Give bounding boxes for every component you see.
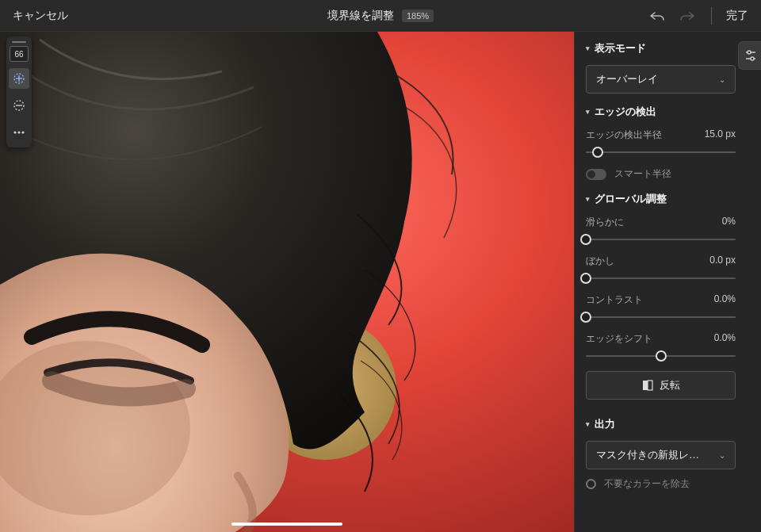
- preview-image: [0, 32, 574, 532]
- panel-settings-icon[interactable]: [738, 41, 761, 70]
- section-global-adjustments: ▾ グローバル調整 滑らかに 0% ぼかし 0.0 px コントラスト 0.0%: [586, 192, 750, 406]
- section-title: グローバル調整: [595, 192, 667, 206]
- chevron-down-icon: ▾: [586, 420, 590, 428]
- edge-radius-label: エッジの検出半径: [586, 128, 662, 142]
- shift-edge-label: エッジをシフト: [586, 332, 652, 346]
- contrast-label: コントラスト: [586, 293, 643, 307]
- left-toolbar: 66: [6, 36, 32, 147]
- decontaminate-radio[interactable]: [586, 479, 596, 489]
- undo-icon-button[interactable]: [648, 6, 667, 25]
- svg-point-12: [748, 51, 751, 54]
- svg-point-7: [21, 131, 24, 133]
- tool-more-icon[interactable]: [9, 122, 29, 143]
- divider: [711, 7, 712, 25]
- svg-point-6: [17, 131, 20, 133]
- svg-rect-16: [648, 381, 652, 390]
- feather-slider[interactable]: [586, 271, 736, 285]
- canvas-preview[interactable]: [0, 32, 574, 532]
- section-header-output[interactable]: ▾ 出力: [586, 417, 736, 431]
- smooth-value: 0%: [722, 216, 736, 229]
- cancel-button[interactable]: キャンセル: [13, 9, 68, 21]
- top-bar: キャンセル 境界線を調整 185% 完了: [0, 0, 761, 32]
- brush-size-field[interactable]: 66: [10, 46, 29, 62]
- section-edge-detection: ▾ エッジの検出 エッジの検出半径 15.0 px スマート半径: [586, 105, 750, 181]
- right-panel: ▾ 表示モード オーバーレイ ⌄ ▾ エッジの検出 エッジの検出半径 15.0 …: [574, 32, 761, 532]
- brush-indicator-line: [12, 41, 26, 43]
- section-title: 出力: [595, 417, 615, 431]
- shift-edge-value: 0.0%: [714, 332, 736, 346]
- tool-erase-refinement[interactable]: [9, 95, 29, 116]
- svg-point-5: [13, 131, 16, 133]
- section-view-mode: ▾ 表示モード オーバーレイ ⌄: [586, 41, 750, 94]
- section-header-view-mode[interactable]: ▾ 表示モード: [586, 41, 736, 55]
- section-output: ▾ 出力 マスク付きの新規レ… ⌄ 不要なカラーを除去: [586, 417, 750, 491]
- svg-point-14: [751, 57, 754, 60]
- chevron-down-icon: ⌄: [719, 451, 725, 460]
- section-header-edge-detection[interactable]: ▾ エッジの検出: [586, 105, 736, 119]
- view-mode-dropdown[interactable]: オーバーレイ ⌄: [586, 65, 736, 94]
- tool-refine-brush[interactable]: [9, 68, 29, 89]
- invert-label: 反転: [660, 378, 680, 392]
- feather-label: ぼかし: [586, 255, 614, 268]
- done-button[interactable]: 完了: [726, 9, 748, 23]
- dialog-title: 境界線を調整: [327, 9, 394, 23]
- edge-radius-value: 15.0 px: [705, 128, 736, 142]
- section-header-global-adjustments[interactable]: ▾ グローバル調整: [586, 192, 736, 206]
- dropdown-value: マスク付きの新規レ…: [596, 448, 699, 462]
- zoom-chip[interactable]: 185%: [402, 10, 434, 22]
- output-dropdown[interactable]: マスク付きの新規レ… ⌄: [586, 441, 736, 469]
- smooth-label: 滑らかに: [586, 216, 624, 229]
- edge-radius-slider[interactable]: [586, 145, 736, 159]
- contrast-slider[interactable]: [586, 310, 736, 324]
- main-area: 66: [0, 32, 761, 532]
- topbar-center: 境界線を調整 185%: [327, 9, 434, 23]
- feather-value: 0.0 px: [709, 255, 736, 268]
- chevron-down-icon: ▾: [586, 44, 590, 52]
- smart-radius-label: スマート半径: [614, 167, 671, 181]
- smart-radius-toggle[interactable]: [586, 169, 606, 180]
- decontaminate-label: 不要なカラーを除去: [604, 477, 690, 491]
- contrast-value: 0.0%: [714, 293, 736, 307]
- shift-edge-slider[interactable]: [586, 349, 736, 363]
- chevron-down-icon: ▾: [586, 195, 590, 203]
- section-title: 表示モード: [595, 41, 646, 55]
- smooth-slider[interactable]: [586, 232, 736, 247]
- invert-icon: [642, 380, 653, 391]
- section-title: エッジの検出: [595, 105, 656, 119]
- invert-button[interactable]: 反転: [586, 371, 736, 400]
- redo-icon-button: [678, 6, 697, 25]
- dropdown-value: オーバーレイ: [596, 72, 658, 86]
- svg-rect-15: [643, 381, 648, 390]
- chevron-down-icon: ▾: [586, 108, 590, 116]
- chevron-down-icon: ⌄: [719, 75, 725, 84]
- home-indicator: [231, 522, 342, 526]
